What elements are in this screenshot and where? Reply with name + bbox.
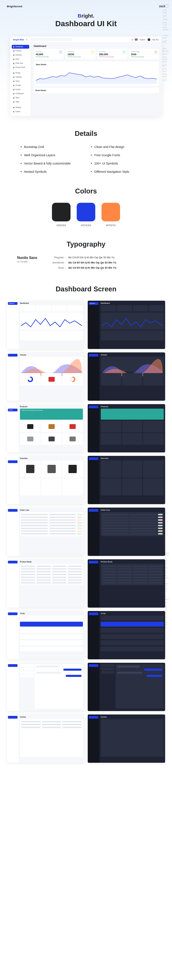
- table-row[interactable]: [102, 516, 163, 519]
- table-row[interactable]: [102, 532, 163, 535]
- todo-item[interactable]: [101, 640, 164, 645]
- table-row[interactable]: [102, 519, 163, 521]
- table-row[interactable]: [102, 573, 163, 576]
- sc-side-item[interactable]: ·: [8, 716, 17, 719]
- sidebar-item-settings[interactable]: Settings: [12, 105, 29, 109]
- product-card[interactable]: [20, 433, 41, 445]
- table-row[interactable]: [21, 519, 82, 521]
- sc-side-item[interactable]: ·: [89, 315, 98, 317]
- fav-card[interactable]: [41, 460, 62, 477]
- table-row[interactable]: [21, 524, 82, 527]
- flag-icon[interactable]: [135, 39, 137, 40]
- sidebar-item-inbox[interactable]: Inbox: [12, 57, 29, 61]
- sc-side-item[interactable]: ·: [8, 308, 17, 311]
- sidebar-item-table[interactable]: Table: [12, 100, 29, 104]
- todo-item[interactable]: [20, 628, 83, 633]
- product-card[interactable]: [62, 433, 83, 445]
- table-row[interactable]: [21, 581, 82, 584]
- bell-icon[interactable]: ◔: [131, 39, 133, 41]
- sc-side-item[interactable]: ·: [89, 308, 98, 311]
- table-row[interactable]: [21, 521, 82, 524]
- todo-item[interactable]: [101, 628, 164, 633]
- fav-card[interactable]: [62, 478, 83, 496]
- sc-side-item[interactable]: ·: [8, 561, 17, 563]
- fav-card[interactable]: [20, 460, 41, 477]
- product-card[interactable]: [41, 421, 62, 433]
- todo-item-active[interactable]: [20, 622, 83, 627]
- sidebar-item-products[interactable]: Products: [12, 49, 29, 53]
- sidebar-item-stock[interactable]: Product Stock: [12, 65, 29, 69]
- table-row[interactable]: [102, 565, 163, 568]
- sc-side-item[interactable]: ·: [89, 305, 98, 308]
- product-card[interactable]: [62, 421, 83, 433]
- product-card[interactable]: [101, 433, 122, 445]
- product-card[interactable]: [143, 421, 164, 433]
- table-row[interactable]: [21, 513, 82, 516]
- inbox-item[interactable]: [20, 668, 34, 670]
- sc-side-item[interactable]: ·: [8, 357, 17, 360]
- inbox-item[interactable]: [101, 664, 115, 667]
- todo-item[interactable]: [20, 640, 83, 645]
- table-row[interactable]: [21, 573, 82, 576]
- sc-side-item[interactable]: ·: [89, 406, 98, 408]
- sc-side-item[interactable]: Products: [8, 409, 17, 411]
- table-row[interactable]: [21, 568, 82, 570]
- todo-item[interactable]: [20, 634, 83, 639]
- table-row[interactable]: [102, 579, 163, 581]
- search-input[interactable]: [31, 38, 72, 41]
- fav-card[interactable]: [41, 478, 62, 496]
- sidebar-item-pricing[interactable]: Pricing: [12, 71, 29, 75]
- todo-item[interactable]: [101, 647, 164, 651]
- table-row[interactable]: [21, 530, 82, 532]
- sc-side-item[interactable]: Dashboard: [8, 302, 17, 305]
- sc-side-item[interactable]: ·: [89, 664, 98, 667]
- table-row[interactable]: [102, 581, 163, 584]
- inbox-item[interactable]: [101, 668, 115, 670]
- todo-item-active[interactable]: [101, 622, 164, 627]
- product-card[interactable]: [41, 433, 62, 445]
- fav-card[interactable]: [122, 478, 143, 496]
- inbox-item[interactable]: [101, 671, 115, 674]
- product-card[interactable]: [122, 433, 143, 445]
- sidebar-item-orders[interactable]: Order Lists: [12, 61, 29, 65]
- todo-item[interactable]: [20, 647, 83, 651]
- sidebar-item-favorites[interactable]: Favorites: [12, 53, 29, 57]
- table-row[interactable]: [21, 532, 82, 535]
- sidebar-item-dashboard[interactable]: Dashboard: [12, 45, 29, 49]
- sc-side-item[interactable]: ·: [8, 457, 17, 460]
- product-card[interactable]: [122, 421, 143, 433]
- sidebar-item-team[interactable]: Team: [12, 96, 29, 100]
- sc-side-item[interactable]: ·: [8, 406, 17, 408]
- table-row[interactable]: [102, 568, 163, 570]
- table-row[interactable]: [102, 576, 163, 579]
- sc-side-item[interactable]: ·: [89, 612, 98, 615]
- table-row[interactable]: [21, 527, 82, 530]
- sc-side-item[interactable]: ·: [89, 311, 98, 314]
- table-row[interactable]: [102, 570, 163, 573]
- sc-side-item[interactable]: ·: [8, 509, 17, 512]
- sc-side-item[interactable]: ·: [89, 457, 98, 460]
- inbox-item[interactable]: [20, 671, 34, 674]
- fav-card[interactable]: [122, 460, 143, 477]
- table-row[interactable]: [102, 521, 163, 524]
- sc-side-item[interactable]: Dashboard: [89, 302, 98, 305]
- inbox-item[interactable]: [20, 664, 34, 667]
- sidebar-item-ui[interactable]: UI Elements: [12, 92, 29, 95]
- sc-side-item[interactable]: ·: [89, 509, 98, 512]
- todo-item[interactable]: [101, 634, 164, 639]
- promo-banner[interactable]: Enjoy free home delivery in this summer: [20, 409, 83, 420]
- product-card[interactable]: [101, 421, 122, 433]
- table-row[interactable]: [102, 524, 163, 527]
- table-row[interactable]: [21, 516, 82, 519]
- sc-side-item[interactable]: ·: [89, 716, 98, 719]
- fav-card[interactable]: [101, 478, 122, 496]
- sidebar-item-calendar[interactable]: Calendar: [12, 75, 29, 79]
- inbox-item[interactable]: [20, 675, 34, 677]
- fav-card[interactable]: [101, 460, 122, 477]
- sidebar-item-contact[interactable]: Contact: [12, 83, 29, 87]
- table-row[interactable]: [102, 530, 163, 532]
- sidebar-item-todo[interactable]: To-Do: [12, 79, 29, 83]
- table-row[interactable]: [21, 576, 82, 579]
- sc-side-item[interactable]: ·: [8, 612, 17, 615]
- todo-item[interactable]: [20, 616, 83, 620]
